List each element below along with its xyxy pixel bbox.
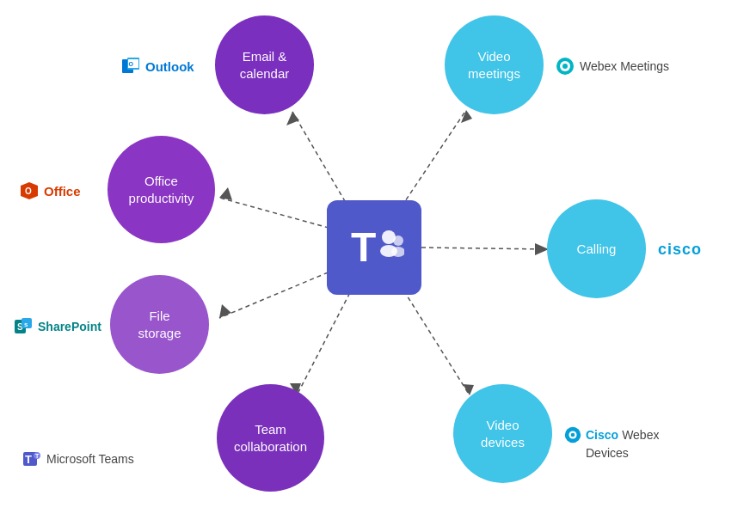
sharepoint-logo: S s SharePoint	[13, 316, 101, 337]
svg-line-3	[219, 198, 344, 232]
svg-line-9	[297, 279, 357, 395]
svg-line-17	[396, 278, 470, 395]
microsoft-teams-logo: T T Microsoft Teams	[22, 449, 134, 469]
circle-office-productivity-label: Officeproductivity	[129, 173, 194, 206]
cisco-webex-devices-label-line1: Cisco	[586, 428, 618, 442]
circle-file-storage: Filestorage	[110, 275, 209, 374]
circle-calling-label: Calling	[577, 241, 617, 258]
outlook-logo: O Outlook	[120, 56, 194, 76]
svg-text:O: O	[25, 187, 32, 196]
svg-point-44	[571, 433, 575, 437]
cisco-webex-devices-logo: Cisco Webex Devices	[563, 425, 659, 460]
webex-meetings-icon	[555, 56, 575, 76]
office-logo: O Office	[19, 180, 81, 201]
diagram-container: T Email &calendar Officeproductivity Fil…	[0, 0, 756, 532]
svg-text:T: T	[35, 453, 40, 459]
cisco-webex-devices-label-line3: Devices	[586, 446, 629, 460]
svg-point-41	[562, 64, 568, 69]
webex-meetings-label: Webex Meetings	[580, 59, 669, 73]
svg-line-6	[219, 266, 342, 318]
circle-team-collaboration: Teamcollaboration	[217, 384, 324, 492]
cisco-webex-devices-icon	[563, 425, 582, 444]
circle-calling: Calling	[547, 199, 646, 298]
circle-email-calendar: Email &calendar	[215, 15, 314, 114]
circle-file-storage-label: Filestorage	[138, 308, 181, 341]
outlook-icon: O	[120, 56, 141, 76]
office-icon: O	[19, 180, 40, 201]
microsoft-teams-label: Microsoft Teams	[46, 452, 134, 466]
circle-office-productivity: Officeproductivity	[108, 136, 215, 243]
circle-email-calendar-label: Email &calendar	[240, 48, 290, 82]
teams-center-box: T	[327, 200, 421, 295]
webex-meetings-logo: Webex Meetings	[555, 56, 669, 76]
svg-text:T: T	[25, 453, 32, 466]
svg-marker-13	[461, 110, 472, 123]
cisco-label: cisco	[658, 241, 702, 259]
cisco-logo: cisco	[658, 241, 702, 259]
circle-video-meetings: Videomeetings	[445, 15, 544, 114]
cisco-webex-devices-label-line2: Webex	[622, 428, 659, 442]
svg-text:O: O	[129, 61, 134, 67]
sharepoint-label: SharePoint	[38, 320, 101, 333]
svg-text:s: s	[24, 321, 28, 328]
teams-icon: T	[344, 222, 404, 273]
outlook-label: Outlook	[145, 59, 194, 74]
svg-text:T: T	[351, 224, 376, 270]
office-label: Office	[44, 184, 81, 199]
circle-video-devices-label: Videodevices	[481, 417, 525, 450]
circle-team-collaboration-label: Teamcollaboration	[234, 421, 307, 455]
sharepoint-icon: S s	[13, 316, 34, 337]
svg-line-15	[421, 248, 549, 249]
svg-point-23	[393, 235, 403, 246]
circle-video-devices: Videodevices	[453, 384, 552, 483]
svg-marker-1	[286, 112, 299, 125]
microsoft-teams-logo-icon: T T	[22, 449, 42, 469]
circle-video-meetings-label: Videomeetings	[468, 48, 520, 82]
